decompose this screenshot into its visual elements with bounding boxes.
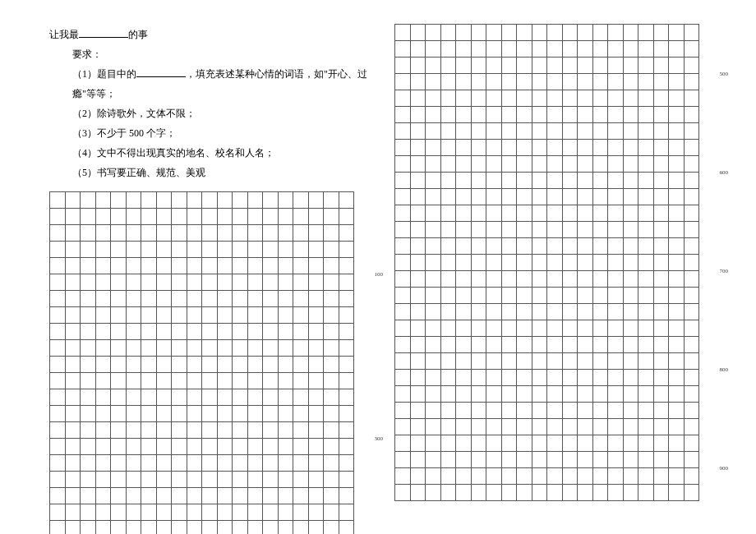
- grid-cell[interactable]: [607, 122, 624, 140]
- grid-cell[interactable]: [339, 389, 355, 406]
- grid-cell[interactable]: [80, 191, 96, 209]
- grid-cell[interactable]: [95, 257, 112, 274]
- grid-cell[interactable]: [501, 402, 518, 419]
- grid-row[interactable]: [394, 238, 715, 255]
- grid-cell[interactable]: [440, 418, 457, 435]
- grid-cell[interactable]: [440, 254, 457, 271]
- grid-cell[interactable]: [440, 287, 457, 304]
- grid-cell[interactable]: [293, 405, 309, 422]
- grid-cell[interactable]: [562, 303, 579, 320]
- grid-cell[interactable]: [684, 352, 700, 370]
- grid-cell[interactable]: [278, 421, 294, 439]
- grid-cell[interactable]: [607, 221, 624, 238]
- grid-cell[interactable]: [638, 287, 654, 304]
- grid-cell[interactable]: [623, 188, 639, 205]
- grid-cell[interactable]: [339, 356, 355, 373]
- grid-row[interactable]: [394, 468, 715, 485]
- grid-cell[interactable]: [141, 520, 157, 534]
- grid-cell[interactable]: [562, 254, 579, 271]
- grid-cell[interactable]: [501, 467, 518, 485]
- grid-cell[interactable]: [440, 188, 457, 205]
- grid-cell[interactable]: [394, 467, 411, 485]
- grid-cell[interactable]: [516, 287, 532, 304]
- grid-cell[interactable]: [516, 40, 532, 58]
- grid-cell[interactable]: [471, 73, 487, 90]
- grid-cell[interactable]: [592, 369, 609, 386]
- grid-cell[interactable]: [516, 352, 532, 370]
- grid-cell[interactable]: [638, 221, 654, 238]
- grid-cell[interactable]: [95, 372, 112, 389]
- grid-cell[interactable]: [141, 454, 157, 472]
- grid-cell[interactable]: [80, 520, 96, 534]
- grid-cell[interactable]: [607, 287, 624, 304]
- grid-cell[interactable]: [171, 224, 187, 242]
- grid-cell[interactable]: [607, 172, 624, 189]
- grid-cell[interactable]: [455, 155, 472, 173]
- grid-cell[interactable]: [516, 172, 532, 189]
- grid-cell[interactable]: [501, 287, 518, 304]
- grid-cell[interactable]: [323, 339, 339, 357]
- grid-cell[interactable]: [394, 139, 411, 156]
- grid-cell[interactable]: [201, 323, 218, 340]
- grid-cell[interactable]: [217, 389, 233, 406]
- grid-cell[interactable]: [623, 402, 639, 419]
- grid-cell[interactable]: [425, 352, 441, 370]
- grid-cell[interactable]: [49, 339, 66, 357]
- grid-cell[interactable]: [425, 40, 441, 58]
- grid-cell[interactable]: [440, 320, 457, 337]
- grid-cell[interactable]: [80, 290, 96, 307]
- grid-cell[interactable]: [592, 385, 609, 403]
- grid-cell[interactable]: [110, 191, 127, 209]
- grid-cell[interactable]: [187, 438, 203, 455]
- grid-cell[interactable]: [562, 90, 579, 107]
- grid-cell[interactable]: [455, 270, 472, 288]
- grid-cell[interactable]: [684, 172, 700, 189]
- grid-cell[interactable]: [65, 274, 81, 291]
- grid-cell[interactable]: [49, 356, 66, 373]
- grid-cell[interactable]: [486, 40, 502, 58]
- grid-cell[interactable]: [232, 421, 248, 439]
- grid-cell[interactable]: [217, 438, 233, 455]
- grid-cell[interactable]: [455, 451, 472, 468]
- grid-cell[interactable]: [65, 421, 81, 439]
- grid-cell[interactable]: [262, 241, 279, 258]
- grid-cell[interactable]: [247, 257, 264, 274]
- grid-cell[interactable]: [339, 257, 355, 274]
- grid-cell[interactable]: [80, 323, 96, 340]
- grid-cell[interactable]: [638, 172, 654, 189]
- grid-cell[interactable]: [141, 208, 157, 225]
- grid-cell[interactable]: [562, 352, 579, 370]
- grid-cell[interactable]: [262, 224, 279, 242]
- grid-cell[interactable]: [577, 451, 593, 468]
- grid-cell[interactable]: [293, 389, 309, 406]
- grid-cell[interactable]: [471, 484, 487, 501]
- grid-cell[interactable]: [323, 421, 339, 439]
- grid-cell[interactable]: [546, 172, 563, 189]
- grid-cell[interactable]: [187, 487, 203, 504]
- grid-cell[interactable]: [668, 40, 685, 58]
- grid-row[interactable]: [394, 90, 715, 107]
- grid-cell[interactable]: [156, 454, 173, 472]
- grid-cell[interactable]: [592, 205, 609, 222]
- grid-cell[interactable]: [653, 139, 670, 156]
- grid-cell[interactable]: [638, 484, 654, 501]
- grid-cell[interactable]: [592, 24, 609, 41]
- grid-cell[interactable]: [546, 57, 563, 74]
- grid-cell[interactable]: [410, 451, 426, 468]
- grid-cell[interactable]: [546, 303, 563, 320]
- grid-cell[interactable]: [516, 188, 532, 205]
- grid-cell[interactable]: [623, 270, 639, 288]
- grid-cell[interactable]: [278, 257, 294, 274]
- grid-cell[interactable]: [323, 224, 339, 242]
- grid-cell[interactable]: [110, 504, 127, 521]
- grid-cell[interactable]: [293, 323, 309, 340]
- grid-cell[interactable]: [486, 57, 502, 74]
- grid-cell[interactable]: [455, 336, 472, 353]
- grid-cell[interactable]: [425, 451, 441, 468]
- grid-cell[interactable]: [156, 208, 173, 225]
- grid-cell[interactable]: [323, 389, 339, 406]
- grid-cell[interactable]: [638, 303, 654, 320]
- grid-cell[interactable]: [410, 188, 426, 205]
- grid-cell[interactable]: [323, 487, 339, 504]
- grid-cell[interactable]: [653, 369, 670, 386]
